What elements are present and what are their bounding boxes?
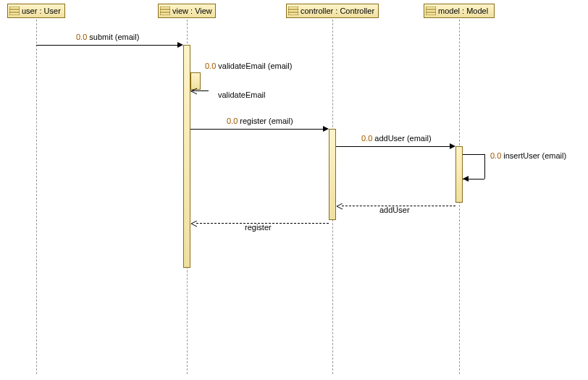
activation-view-main	[183, 45, 190, 268]
message-seq: 0.0	[490, 151, 501, 160]
lifeline-label: model : Model	[438, 7, 488, 15]
class-icon	[9, 7, 20, 15]
lifeline-head-user[interactable]: user : User	[7, 4, 65, 18]
class-icon	[426, 7, 436, 15]
lifeline-head-model[interactable]: model : Model	[424, 4, 495, 18]
message-seq: 0.0	[361, 134, 372, 143]
lifeline-user	[36, 20, 37, 374]
lifeline-head-view[interactable]: view : View	[158, 4, 216, 18]
class-icon	[160, 7, 170, 15]
message-seq: 0.0	[227, 117, 238, 125]
message-submit[interactable]: 0.0submit (email)	[36, 40, 183, 50]
message-text: register	[245, 223, 272, 232]
message-text: validateEmail	[218, 90, 265, 99]
message-add-user[interactable]: 0.0addUser (email)	[336, 141, 455, 151]
lifeline-head-controller[interactable]: controller : Controller	[286, 4, 379, 18]
return-validate-email[interactable]: validateEmail	[190, 90, 306, 101]
lifeline-label: view : View	[172, 7, 212, 15]
message-text: insertUser (email)	[503, 151, 566, 160]
message-insert-user[interactable]: 0.0insertUser (email)	[463, 154, 579, 183]
class-icon	[288, 7, 298, 15]
return-add-user[interactable]: addUser	[336, 200, 455, 211]
message-text: addUser (email)	[374, 134, 431, 143]
message-text: register (email)	[240, 117, 293, 125]
return-register[interactable]: register	[190, 218, 329, 228]
message-text: addUser	[379, 206, 410, 214]
lifeline-label: controller : Controller	[301, 7, 374, 15]
activation-model	[455, 146, 463, 203]
message-seq: 0.0	[205, 62, 216, 70]
message-register[interactable]: 0.0register (email)	[190, 124, 329, 134]
activation-controller	[329, 129, 336, 220]
message-text: submit (email)	[89, 33, 139, 41]
message-seq: 0.0	[76, 33, 87, 41]
message-validate-email[interactable]: 0.0validateEmail (email)	[190, 72, 306, 73]
lifeline-label: user : User	[22, 7, 61, 15]
message-text: validateEmail (email)	[218, 62, 292, 70]
